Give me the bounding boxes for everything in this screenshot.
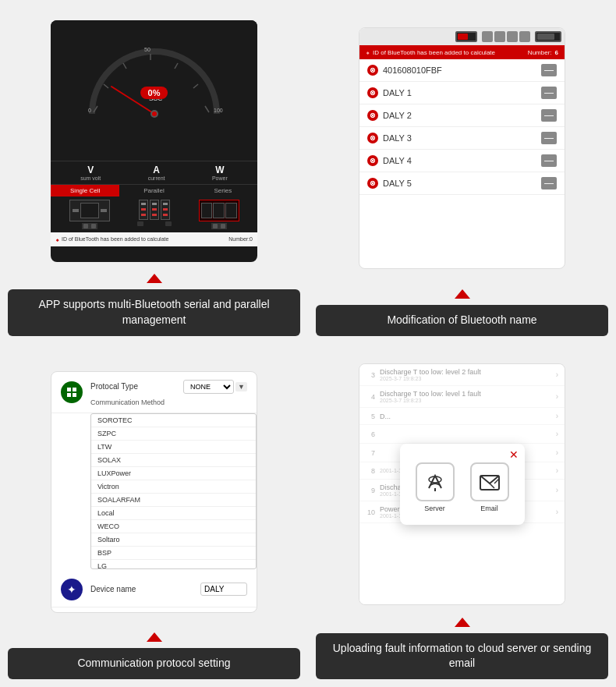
bt-list-item-2[interactable]: ⊗ DALY 2 — [359, 104, 565, 127]
email-label: Email [480, 505, 498, 512]
server-option[interactable]: Server [416, 462, 455, 512]
server-icon [416, 462, 455, 501]
main-grid: 0 50 100 SOC 0% [0, 0, 616, 687]
caption-1: APP supports multi-Bluetooth serial and … [8, 289, 300, 335]
tab-series[interactable]: Series [189, 184, 257, 197]
svg-rect-17 [73, 393, 76, 397]
bt-list-item-4[interactable]: ⊗ DALY 4 — [359, 150, 565, 172]
metric-power: W Power [212, 165, 228, 181]
bt-number-label: Number: [528, 49, 552, 56]
caption-4: Uploading fault information to cloud ser… [316, 633, 608, 679]
bt-device-list: ⊗ 401608010FBF — ⊗ DALY 1 — [359, 59, 565, 195]
error-icon-3: ⊗ [367, 133, 378, 143]
proto-screen: Protocal Type NONE ▼ Communication Metho… [51, 371, 257, 613]
dropdown-item-szpc[interactable]: SZPC [91, 427, 256, 441]
cell-group-single [69, 200, 110, 229]
triangle-pointer-1 [147, 274, 162, 283]
chg-row: Chg switch [51, 607, 257, 613]
remove-btn-5[interactable]: — [541, 177, 557, 189]
bluetooth-icon: ✦ [61, 579, 83, 600]
email-icon [470, 462, 509, 501]
metric-current: A current [148, 165, 165, 181]
cell-bluetooth: ⬥ ID of BlueTooth has been added to calc… [308, 0, 616, 344]
soc-percent: 0% [140, 87, 168, 99]
cell-group-parallel [137, 200, 172, 229]
svg-line-2 [123, 63, 126, 69]
svg-line-6 [205, 106, 209, 112]
svg-rect-14 [67, 388, 71, 391]
error-icon-2: ⊗ [367, 110, 378, 121]
modal-icons-row: Server [412, 462, 512, 512]
bt-number-value: 6 [555, 49, 558, 56]
cell-fault: 3 Discharge T too low: level 2 fault 202… [308, 344, 616, 688]
triangle-pointer-3 [147, 632, 162, 642]
cell-group-series [199, 200, 239, 229]
server-label: Server [424, 505, 445, 512]
svg-point-12 [152, 112, 157, 116]
dropdown-item-sorotec[interactable]: SOROTEC [91, 414, 256, 427]
dropdown-list: SOROTEC SZPC LTW SOLAX LUXPower Victron … [90, 413, 257, 569]
error-icon-1: ⊗ [367, 87, 378, 98]
proto-type-row: Protocal Type NONE ▼ Communication Metho… [51, 372, 257, 413]
error-icon-5: ⊗ [367, 178, 378, 189]
bt-number-badge: Number:0 [228, 236, 253, 242]
device-name-row: ✦ Device name [51, 572, 257, 607]
communication-label: Communication Method [90, 398, 165, 406]
upload-modal: ✕ [400, 444, 525, 525]
remove-btn-0[interactable]: — [541, 64, 557, 76]
fault-screen: 3 Discharge T too low: level 2 fault 202… [359, 363, 565, 605]
protocol-select[interactable]: NONE [183, 380, 234, 394]
error-icon-4: ⊗ [367, 155, 378, 166]
svg-line-1 [104, 84, 108, 88]
bt-list-item-5[interactable]: ⊗ DALY 5 — [359, 172, 565, 195]
device-name-label: Device name [90, 585, 193, 593]
tabs-row: Single Cell Parallel Series [51, 184, 257, 197]
tab-single-cell[interactable]: Single Cell [51, 184, 119, 197]
remove-btn-3[interactable]: — [541, 132, 557, 144]
tab-parallel[interactable]: Parallel [119, 184, 188, 197]
dropdown-item-weco[interactable]: WECO [91, 520, 256, 533]
cells-area [51, 197, 257, 232]
metric-volt: V sum volt [80, 165, 101, 181]
remove-btn-2[interactable]: — [541, 109, 557, 122]
bt-list-item-0[interactable]: ⊗ 401608010FBF — [359, 59, 565, 82]
dropdown-item-soltaro[interactable]: Soltaro [91, 533, 256, 547]
bt-list-item-3[interactable]: ⊗ DALY 3 — [359, 127, 565, 150]
fault-screen-inner: 3 Discharge T too low: level 2 fault 202… [359, 364, 565, 604]
dropdown-item-luxpower[interactable]: LUXPower [91, 467, 256, 480]
bt-top-icons [359, 28, 565, 45]
gauge-area: 0 50 100 SOC 0% [51, 20, 257, 161]
dropdown-item-victron[interactable]: Victron [91, 480, 256, 494]
bms-screen: 0 50 100 SOC 0% [51, 20, 257, 262]
error-icon-0: ⊗ [367, 65, 378, 76]
svg-text:50: 50 [144, 47, 150, 52]
dropdown-item-local[interactable]: Local [91, 507, 256, 520]
protocol-dropdown-area: SOROTEC SZPC LTW SOLAX LUXPower Victron … [90, 413, 257, 569]
dropdown-item-solax[interactable]: SOLAX [91, 454, 256, 467]
dropdown-item-ltw[interactable]: LTW [91, 441, 256, 454]
cell-bms: 0 50 100 SOC 0% [0, 0, 308, 344]
upload-modal-overlay: ✕ [359, 364, 565, 604]
email-option[interactable]: Email [470, 462, 509, 512]
cell-protocol: Protocal Type NONE ▼ Communication Metho… [0, 344, 308, 688]
modal-close-button[interactable]: ✕ [509, 448, 519, 461]
dropdown-item-soalarfam[interactable]: SOALARFAM [91, 494, 256, 507]
dropdown-item-bsp[interactable]: BSP [91, 547, 256, 560]
device-name-input[interactable] [200, 583, 247, 596]
remove-btn-4[interactable]: — [541, 154, 557, 167]
bms-info-text: ⬥ ID of BlueTooth has been added to calc… [55, 235, 168, 243]
caption-3: Communication protocol setting [8, 648, 300, 679]
metrics-row: V sum volt A current W Power [51, 161, 257, 184]
protocol-icon [61, 381, 83, 403]
caption-2: Modification of Bluetooth name [316, 305, 608, 336]
bt-screen: ⬥ ID of BlueTooth has been added to calc… [359, 27, 565, 269]
svg-rect-15 [73, 388, 76, 391]
svg-line-4 [175, 63, 178, 69]
bt-info-bar: ⬥ ID of BlueTooth has been added to calc… [359, 45, 565, 59]
remove-btn-1[interactable]: — [541, 87, 557, 99]
svg-text:100: 100 [214, 108, 223, 113]
bt-info-text: ID of BlueTooth has been added to calcul… [373, 49, 525, 56]
bt-list-item-1[interactable]: ⊗ DALY 1 — [359, 82, 565, 104]
dropdown-item-lg[interactable]: LG [91, 560, 256, 569]
protocol-type-label: Protocal Type [90, 382, 183, 391]
